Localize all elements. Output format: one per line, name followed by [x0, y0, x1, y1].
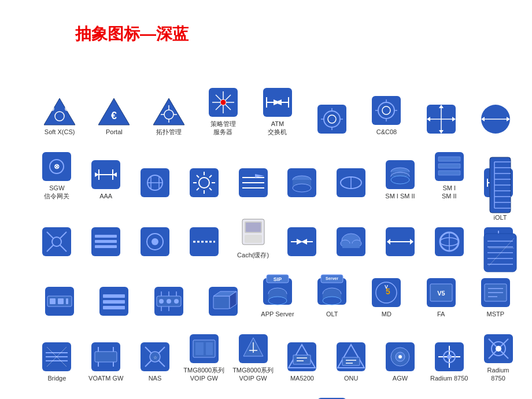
- lanswitch-icon: [153, 286, 184, 317]
- sm-icon: [434, 151, 465, 182]
- svg-text:SIP: SIP: [274, 276, 282, 282]
- portal-icon: €: [98, 96, 130, 126]
- radium-label: Radium 8750: [487, 366, 509, 383]
- icon-cc08: C&C08: [361, 95, 411, 136]
- mstp-label: Bridge: [48, 374, 66, 382]
- onu-icon: [385, 341, 416, 372]
- olt-icon: V 5: [371, 277, 402, 308]
- icon-amg5000: SM I SM II: [378, 159, 423, 200]
- icon-agw: Radium 8750: [427, 341, 471, 382]
- svg-rect-106: [95, 235, 117, 238]
- blank8-icon: [41, 226, 72, 257]
- icon-blank5: [231, 167, 275, 200]
- ma5200-label: ONU: [344, 374, 358, 382]
- icon-sm: SM I SM II: [427, 151, 471, 201]
- icon-blank11: [182, 226, 226, 259]
- icon-msr: MSR多业务 交换机 (ATM/IP/MPLS): [307, 397, 357, 399]
- blank11-icon: [189, 226, 220, 257]
- svg-point-153: [174, 299, 179, 304]
- topology-label: 拓扑管理: [156, 128, 182, 136]
- sipserver-icon: SIP: [262, 274, 293, 308]
- svg-rect-207: [206, 342, 213, 355]
- sgw-label: SGW 信令网关: [44, 184, 69, 201]
- agw-icon: [434, 341, 465, 372]
- page-title: 抽象图标—深蓝: [75, 23, 189, 45]
- svg-rect-95: [438, 164, 460, 168]
- right-box-item: [483, 232, 518, 273]
- blank2-icon: [426, 104, 457, 135]
- svg-rect-219: [342, 357, 360, 365]
- tmg8000-label: TMG8000系列 VOIP GW: [232, 366, 274, 383]
- olt-label: MD: [382, 310, 391, 318]
- icon-blank15: [89, 286, 139, 319]
- msr-icon: [316, 397, 348, 399]
- icon-bridge: VOATM GW: [84, 341, 128, 382]
- icon-blank8: [35, 226, 79, 259]
- ma5100-icon: [286, 341, 317, 372]
- svg-point-168: [268, 297, 287, 305]
- svg-rect-94: [438, 157, 460, 161]
- svg-rect-96: [438, 171, 460, 175]
- mstp-icon: [41, 341, 72, 372]
- atm-icon: [262, 87, 293, 118]
- svg-text:V5: V5: [437, 290, 445, 297]
- fa-icon: [480, 277, 511, 308]
- blank16-icon: [208, 286, 239, 317]
- svg-rect-144: [66, 298, 68, 304]
- svg-rect-217: [337, 342, 365, 371]
- ma5100-label: MA5200: [290, 374, 314, 382]
- portal-label: Portal: [106, 128, 123, 136]
- voatmgw-icon: ☆: [139, 341, 171, 372]
- pbx-label: Cach(缓存): [237, 251, 269, 259]
- icon-blank16: [198, 286, 248, 319]
- svg-point-230: [447, 354, 452, 359]
- right-iolt-item: iOLT: [489, 156, 512, 221]
- svg-text:Server: Server: [326, 276, 338, 280]
- svg-rect-117: [246, 223, 261, 232]
- aaa-icon: [139, 167, 171, 198]
- svg-rect-194: [95, 352, 117, 362]
- right-box-icon: [483, 232, 518, 273]
- sm-label: SM I SM II: [442, 184, 457, 201]
- svg-rect-148: [103, 306, 125, 309]
- svg-rect-147: [103, 300, 125, 304]
- blank6-icon: [335, 167, 367, 198]
- icon-portal: € Portal: [89, 96, 139, 136]
- svg-rect-206: [195, 342, 204, 355]
- svg-rect-127: [342, 243, 360, 248]
- icon-nas: TMG8000系列 VOIP GW: [182, 333, 226, 383]
- icon-atm: ATM 交换机: [253, 87, 302, 136]
- icon-fa: MSTP: [471, 277, 520, 318]
- md-label: FA: [437, 310, 445, 318]
- iolt-icon: [489, 156, 512, 214]
- sigctl-icon: [434, 226, 465, 257]
- cc08-label: C&C08: [376, 128, 397, 136]
- svg-rect-143: [58, 298, 64, 304]
- svg-rect-160: [213, 296, 230, 309]
- tmg8000-icon: [238, 333, 269, 364]
- fa-label: MSTP: [487, 310, 505, 318]
- iolt-label: iOLT: [493, 214, 507, 221]
- softx-label: Soft X(CS): [45, 128, 75, 136]
- svg-point-174: [323, 297, 341, 305]
- blank3-icon: [480, 104, 511, 135]
- svg-rect-146: [103, 294, 125, 298]
- icon-ma5200: ONU: [329, 341, 374, 382]
- agw-label: Radium 8750: [430, 374, 468, 382]
- blank4-icon: [189, 167, 220, 198]
- icon-metro: [35, 286, 84, 319]
- blank5-icon: [238, 167, 269, 198]
- icon-onu: AGW: [378, 341, 423, 382]
- svg-point-111: [152, 238, 158, 245]
- icon-sigctl: [427, 226, 471, 259]
- svg-text:☆: ☆: [153, 355, 157, 360]
- bridge-icon: [90, 341, 121, 372]
- blank10-icon: [139, 226, 171, 257]
- topology-icon: [153, 96, 184, 126]
- svg-text:5: 5: [386, 287, 391, 296]
- svg-point-152: [167, 299, 171, 304]
- svg-rect-116: [245, 235, 262, 243]
- softx-icon: [44, 96, 75, 126]
- icon-topology: 拓扑管理: [143, 96, 193, 136]
- icon-pbx: Cach(缓存): [231, 215, 275, 259]
